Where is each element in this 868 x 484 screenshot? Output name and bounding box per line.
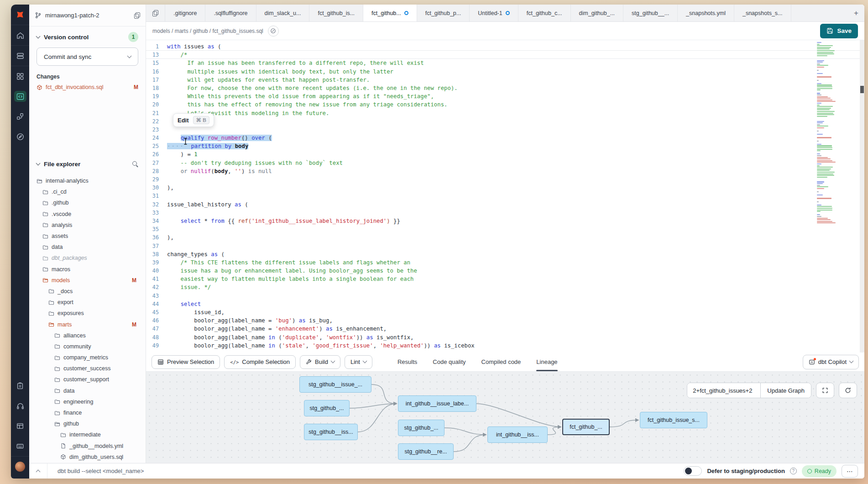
- code-line[interactable]: 19 While this prevents the old issue fro…: [146, 92, 864, 100]
- code-line[interactable]: 24 qualify row_number() over (: [146, 134, 864, 142]
- compass-icon[interactable]: [11, 126, 29, 147]
- tree-item-finance[interactable]: finance: [29, 407, 146, 418]
- code-line[interactable]: 20 this has the effect of removing the n…: [146, 100, 864, 109]
- tree-item-dbt_packages[interactable]: dbt_packages: [29, 253, 146, 263]
- code-line[interactable]: 44 select: [146, 300, 864, 308]
- tree-item-macros[interactable]: macros: [29, 264, 146, 275]
- code-line[interactable]: 45 issue_id,: [146, 308, 864, 316]
- editor-scrollbar[interactable]: [860, 40, 864, 352]
- lineage-selector-input[interactable]: [687, 383, 760, 398]
- code-line[interactable]: 40 issue has a bug or enhancement label.…: [146, 267, 864, 275]
- edit-popup[interactable]: Edit ⌘ B: [173, 113, 214, 127]
- tree-item-marts[interactable]: martsM: [29, 319, 146, 330]
- file-explorer-header[interactable]: File explorer: [29, 158, 146, 170]
- tree-item-alliances[interactable]: alliances: [29, 330, 146, 341]
- update-graph-button[interactable]: Update Graph: [760, 383, 811, 398]
- tree-item-_docs[interactable]: _docs: [29, 286, 146, 297]
- code-line[interactable]: 21 Let's revisit this modeling in the fu…: [146, 109, 864, 117]
- tree-item-community[interactable]: community: [29, 341, 146, 352]
- user-avatar[interactable]: [11, 457, 29, 477]
- code-line[interactable]: 26 ) = 1: [146, 150, 864, 158]
- keyboard-icon[interactable]: [11, 436, 29, 456]
- code-line[interactable]: 16 multiple issues with identical body t…: [146, 68, 864, 76]
- code-line[interactable]: 1with issues as (: [146, 42, 864, 51]
- editor-tab-.sqlfluffignore[interactable]: .sqlfluffignore: [205, 5, 256, 21]
- tree-item-engineering[interactable]: engineering: [29, 396, 146, 407]
- tab-lineage[interactable]: Lineage: [536, 352, 557, 371]
- tree-item-customer_support[interactable]: customer_support: [29, 374, 146, 385]
- editor-tab-Untitled-1[interactable]: Untitled-1: [470, 5, 518, 21]
- lineage-node-stg_github__re...[interactable]: stg_github__re...: [398, 443, 454, 460]
- code-line[interactable]: 35: [146, 225, 864, 233]
- changed-file-row[interactable]: fct_dbt_invocations.sql M: [37, 84, 138, 90]
- editor-tab-dim_slack_u...[interactable]: dim_slack_u...: [256, 5, 310, 21]
- tree-item-export[interactable]: export: [29, 297, 146, 308]
- lineage-node-int_github__iss...[interactable]: int_github__iss...: [487, 426, 548, 443]
- code-line[interactable]: 28 or nullif(body, '') is null: [146, 167, 864, 175]
- code-line[interactable]: 36),: [146, 233, 864, 242]
- code-line[interactable]: 41 easiest way to flatten multiple label…: [146, 275, 864, 283]
- tree-item-models[interactable]: modelsM: [29, 275, 146, 286]
- window-icon[interactable]: [11, 416, 29, 436]
- lineage-node-fct_github_...[interactable]: fct_github_...: [562, 419, 610, 435]
- tree-item-company_metrics[interactable]: company_metrics: [29, 352, 146, 363]
- tree-item-.ci_cd[interactable]: .ci_cd: [29, 186, 146, 197]
- code-line[interactable]: 46 boolor_agg(label_name = 'bug') as is_…: [146, 316, 864, 325]
- tab-list-icon[interactable]: [146, 5, 165, 21]
- code-line[interactable]: 43: [146, 292, 864, 300]
- code-line[interactable]: 38change_types as (: [146, 250, 864, 258]
- tree-item-dim_github_users.sql[interactable]: dim_github_users.sql: [29, 452, 146, 463]
- branch-icon[interactable]: [11, 106, 29, 126]
- tree-item-assets[interactable]: assets: [29, 231, 146, 242]
- lineage-node-stg_github__issue_...[interactable]: stg_github__issue_...: [299, 376, 371, 393]
- code-line[interactable]: 47 boolor_agg(label_name = 'enhancement'…: [146, 325, 864, 333]
- command-input[interactable]: dbt build --select <model_name>: [47, 468, 144, 474]
- lineage-node-stg_github_...[interactable]: stg_github_...: [304, 400, 350, 416]
- editor-tab-fct_github_is...[interactable]: fct_github_is...: [309, 5, 363, 21]
- code-line[interactable]: 42 issue. */: [146, 283, 864, 291]
- tree-item-analysis[interactable]: analysis: [29, 220, 146, 231]
- code-line[interactable]: 25···· partition by body: [146, 142, 864, 150]
- code-line[interactable]: 30),: [146, 184, 864, 192]
- lineage-node-stg_github_...[interactable]: stg_github_...: [398, 420, 444, 436]
- tab-code-quality[interactable]: Code quality: [433, 352, 465, 371]
- code-line[interactable]: 32issue_label_history as (: [146, 200, 864, 209]
- tree-item-intermediate[interactable]: intermediate: [29, 429, 146, 440]
- editor-tab-dim_github_...[interactable]: dim_github_...: [571, 5, 624, 21]
- code-line[interactable]: 17 will get updates for events that happ…: [146, 76, 864, 84]
- code-line[interactable]: 22: [146, 117, 864, 126]
- help-icon[interactable]: ?: [790, 468, 797, 474]
- scrollbar-thumb[interactable]: [860, 86, 864, 93]
- editor-tab-_snapshots_s...[interactable]: _snapshots_s...: [734, 5, 791, 21]
- search-icon[interactable]: [132, 161, 138, 167]
- code-line[interactable]: 39 /* This CTE flattens the different is…: [146, 258, 864, 267]
- tab-results[interactable]: Results: [397, 352, 417, 371]
- tree-item-internal-analytics[interactable]: internal-analytics: [29, 175, 146, 186]
- tree-item-customer_success[interactable]: customer_success: [29, 363, 146, 374]
- editor-tab-fct_github...[interactable]: fct_github...: [363, 5, 417, 21]
- save-button[interactable]: Save: [820, 24, 858, 38]
- editor-tab-_snapshots.yml[interactable]: _snapshots.yml: [678, 5, 734, 21]
- minimap[interactable]: [817, 42, 843, 224]
- lint-button[interactable]: Lint: [345, 355, 372, 369]
- tree-item-data[interactable]: data: [29, 242, 146, 253]
- tree-item-_github__models.yml[interactable]: _github__models.yml: [29, 441, 146, 452]
- lineage-node-fct_github_issue_s...[interactable]: fct_github_issue_s...: [640, 412, 707, 428]
- code-line[interactable]: 13 /*: [146, 51, 864, 59]
- code-line[interactable]: 27 -- don't try deduping issues with no …: [146, 159, 864, 167]
- preview-selection-button[interactable]: Preview Selection: [152, 355, 220, 369]
- code-line[interactable]: 23: [146, 126, 864, 134]
- tree-item-exposures[interactable]: exposures: [29, 308, 146, 319]
- dashboard-icon[interactable]: [11, 66, 29, 86]
- dbt-copilot-button[interactable]: dbt Copilot: [803, 355, 859, 369]
- commit-and-sync-button[interactable]: Commit and sync: [37, 47, 138, 66]
- open-docs-icon[interactable]: [268, 26, 279, 37]
- more-options-button[interactable]: ⋯: [842, 465, 858, 478]
- tab-compiled-code[interactable]: Compiled code: [481, 352, 521, 371]
- support-headset-icon[interactable]: [11, 396, 29, 416]
- tree-item-.vscode[interactable]: .vscode: [29, 209, 146, 220]
- code-line[interactable]: 31: [146, 192, 864, 200]
- code-line[interactable]: 33: [146, 209, 864, 217]
- version-control-header[interactable]: Version control 1: [37, 31, 138, 43]
- code-line[interactable]: 34 select * from {{ ref('int_github__iss…: [146, 217, 864, 225]
